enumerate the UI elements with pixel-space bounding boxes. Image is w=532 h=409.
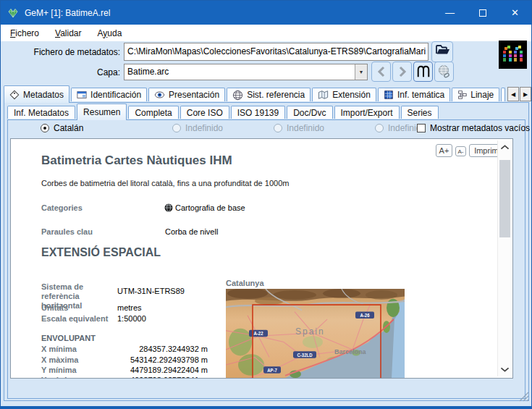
tab-linaje[interactable]: Linaje: [452, 88, 499, 101]
show-empty-metadata-checkbox[interactable]: Mostrar metadatos vacíos: [417, 123, 530, 133]
chevron-down-icon: [500, 366, 510, 373]
layer-value: Batime.arc: [127, 67, 169, 77]
road-shield: C-32LD: [297, 352, 313, 357]
categories-value: Cartografia de base: [175, 203, 245, 212]
open-file-button[interactable]: [431, 41, 453, 62]
tab-sist-referencia[interactable]: Sist. referencia: [227, 88, 311, 101]
title-bar: GeM+ [1]: BatimeA.rel — ✕: [1, 1, 531, 25]
close-button[interactable]: ✕: [499, 1, 531, 25]
combo-dropdown-icon[interactable]: ▼: [355, 64, 367, 80]
miramon-button[interactable]: [413, 62, 433, 82]
checkbox-icon: [417, 124, 426, 132]
miramon-m-icon: [415, 64, 431, 79]
scale-value: 1:50000: [117, 314, 146, 323]
menu-ayuda[interactable]: Ayuda: [90, 28, 130, 38]
tab-completa[interactable]: Completa: [128, 106, 178, 119]
tab-presentacion[interactable]: Presentación: [148, 88, 225, 101]
units-label: Unitats: [41, 303, 68, 312]
menu-validar[interactable]: Validar: [47, 28, 89, 38]
chevron-left-icon: [376, 66, 387, 77]
keywords-label: Paraules clau: [41, 227, 93, 236]
maximize-icon: [479, 9, 486, 17]
tab-series[interactable]: Series: [401, 106, 439, 119]
road-shield: AP-7: [267, 367, 277, 372]
map-preview: Spain Barcelona A-26 A-22 C-32LD AP-7: [226, 289, 405, 379]
scroll-down-button[interactable]: [498, 363, 512, 376]
font-decrease-button[interactable]: A-: [455, 146, 466, 156]
resize-grip[interactable]: [519, 392, 529, 405]
scale-label: Escala equivalent: [41, 314, 108, 323]
tab-iso-19139[interactable]: ISO 19139: [231, 106, 285, 119]
tab-extension[interactable]: Extensión: [312, 88, 376, 101]
font-increase-button[interactable]: A+: [436, 144, 452, 157]
map-title: Catalunya: [226, 279, 264, 287]
radio-catalan[interactable]: Catalán: [41, 123, 83, 133]
spatial-extent-heading: EXTENSIÓ ESPACIAL: [41, 246, 161, 259]
tag-icon: [9, 90, 20, 100]
ref-system-value: UTM-31N-ETRS89: [117, 287, 185, 295]
primary-tab-strip: Metadatos Identificación Presentación Si…: [4, 85, 505, 103]
tab-core-iso[interactable]: Core ISO: [180, 106, 229, 119]
tab-metadatos[interactable]: Metadatos: [4, 85, 69, 103]
web-link-button[interactable]: [434, 62, 454, 82]
window-title: GeM+ [1]: BatimeA.rel: [25, 8, 110, 18]
menu-fichero[interactable]: Fichero: [2, 28, 47, 38]
gem-app-icon: [7, 7, 19, 19]
lineage-tree-icon: [457, 90, 467, 100]
metadata-viewer-panel: A+ A- Imprimir Batimetria Cartes Nàutiqu…: [10, 138, 513, 379]
xmax-label: X màxima: [41, 355, 78, 364]
units-value: metres: [117, 303, 142, 312]
tab-scroll-left-button[interactable]: ◀: [507, 87, 519, 101]
thematic-table-icon: [384, 90, 394, 100]
road-shield: A-22: [254, 331, 264, 336]
xmin-value: 284357.3244932 m: [117, 345, 208, 353]
window-controls: — ✕: [434, 1, 531, 25]
road-shield: A-26: [360, 313, 371, 318]
chevron-up-icon: [500, 144, 510, 151]
radio-icon: [172, 124, 181, 132]
keywords-value: Corba de nivell: [165, 227, 218, 236]
tab-resumen[interactable]: Resumen: [77, 104, 127, 120]
minimize-button[interactable]: —: [434, 1, 466, 25]
app-window: GeM+ [1]: BatimeA.rel — ✕ Fichero Valida…: [0, 0, 532, 409]
tab-inf-tematica[interactable]: Inf. temática: [378, 88, 450, 101]
categories-label: Categories: [41, 203, 83, 212]
radio-icon: [274, 124, 282, 132]
xmin-label: X mínima: [41, 345, 77, 353]
radio-icon: [375, 124, 384, 132]
globe-grid-icon: [232, 90, 243, 101]
open-folder-icon: [435, 44, 450, 59]
map-extent-icon: [318, 90, 329, 100]
tab-scroll-right-button[interactable]: ▶: [520, 87, 531, 101]
map-country-label: Spain: [295, 326, 325, 337]
viewer-scrollbar[interactable]: [497, 140, 511, 376]
map-city-label: Barcelona: [334, 348, 366, 355]
ymax-value: 4698798.62572341 m: [117, 376, 208, 379]
envelope-heading: ENVOLUPANT: [41, 334, 96, 342]
ymin-value: 4479189.29422404 m: [117, 366, 208, 374]
tab-partial[interactable]: [501, 88, 505, 101]
menu-bar: Fichero Validar Ayuda: [1, 25, 531, 41]
radio-indefinido-2: Indefinido: [274, 123, 324, 133]
ymax-label: Y màxima: [41, 376, 78, 379]
globe-link-icon: [437, 64, 452, 79]
radio-icon: [41, 124, 49, 132]
tab-inf-metadatos[interactable]: Inf. Metadatos: [7, 106, 75, 119]
scrollbar-thumb[interactable]: [499, 160, 510, 237]
xmax-value: 543142.292493798 m: [117, 355, 208, 364]
gem-logo: [499, 41, 527, 69]
metadata-file-input[interactable]: C:\MiraMon\Mapas\ColeccionesFavoritas\Ca…: [124, 43, 428, 61]
maximize-button[interactable]: [466, 1, 499, 25]
prev-layer-button[interactable]: [371, 62, 391, 82]
id-card-icon: [77, 90, 87, 100]
layer-label: Capa:: [1, 67, 120, 77]
tab-doc-dvc[interactable]: Doc/Dvc: [287, 106, 332, 119]
tab-import-export[interactable]: Import/Export: [334, 106, 400, 119]
metadata-abstract: Corbes de batimetria del litoral català,…: [41, 179, 289, 187]
category-globe-icon: [164, 202, 173, 215]
secondary-tab-strip: Inf. Metadatos Resumen Completa Core ISO…: [7, 104, 440, 120]
next-layer-button[interactable]: [392, 62, 412, 82]
layer-combobox[interactable]: Batime.arc ▼: [124, 64, 368, 80]
scroll-up-button[interactable]: [498, 140, 512, 154]
tab-identificacion[interactable]: Identificación: [71, 88, 147, 101]
